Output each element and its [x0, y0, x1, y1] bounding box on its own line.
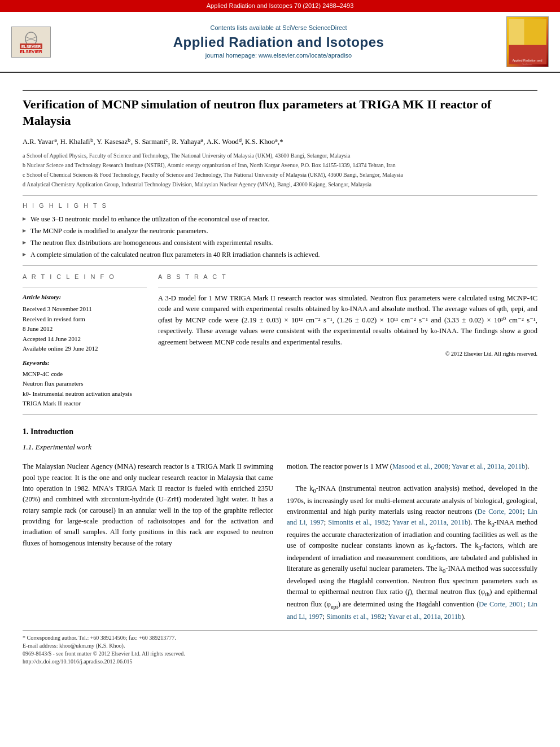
- ref-masood[interactable]: Masood et al., 2008: [392, 462, 448, 470]
- affiliations: a School of Applied Physics, Faculty of …: [23, 151, 537, 189]
- divider-abstract: [158, 287, 537, 287]
- subsection1-title: Experimental work: [36, 443, 91, 451]
- section1-heading: 1. Introduction: [23, 426, 537, 438]
- sciverse-text: Contents lists available at SciVerse Sci…: [51, 24, 506, 32]
- section1-title: Introduction: [30, 427, 73, 436]
- abstract-label: A B S T R A C T: [158, 273, 537, 281]
- article-info-abstract: A R T I C L E I N F O Article history: R…: [23, 273, 537, 409]
- journal-citation: Applied Radiation and Isotopes 70 (2012)…: [207, 2, 354, 9]
- issn-text: 0969-8043/$ - see front matter © 2012 El…: [23, 650, 537, 658]
- sciverse-link[interactable]: SciVerse ScienceDirect: [282, 24, 347, 31]
- section1-number: 1.: [23, 427, 29, 436]
- highlight-4: A complete simulation of the calculated …: [23, 250, 537, 260]
- page: Applied Radiation and Isotopes 70 (2012)…: [0, 0, 560, 747]
- authors: A.R. Yavarᵃ, H. Khalafiᵇ, Y. Kasesazᵇ, S…: [23, 137, 537, 147]
- ref-simonits-1982b[interactable]: Simonits et al., 1982: [326, 613, 384, 621]
- divider-2: [23, 265, 537, 266]
- accepted-row: Accepted 14 June 2012: [23, 335, 147, 343]
- journal-main-title: Applied Radiation and Isotopes: [51, 33, 506, 52]
- journal-header-left: ELSEVIER: [11, 27, 51, 58]
- ref-yavar-2011[interactable]: Yavar et al., 2011a, 2011b: [392, 518, 468, 526]
- highlights-title: H I G H L I G H T S: [23, 202, 537, 210]
- divider-1: [23, 195, 537, 196]
- highlights-list: We use 3–D neutronic model to enhance th…: [23, 215, 537, 259]
- article-title: Verification of MCNP simulation of neutr…: [23, 97, 537, 129]
- body-right-text: motion. The reactor power is 1 MW (Masoo…: [287, 461, 537, 622]
- article-history-title: Article history:: [23, 293, 147, 302]
- received-row: Received 3 November 2011: [23, 305, 147, 313]
- journal-homepage: journal homepage: www.elsevier.com/locat…: [51, 51, 506, 60]
- top-divider: [23, 90, 537, 91]
- footnote-area: * Corresponding author. Tel.: +60 389214…: [23, 630, 537, 666]
- divider-info: [23, 287, 147, 287]
- svg-text:Applied Radiation and: Applied Radiation and: [512, 59, 542, 62]
- subsection1-number: 1.1.: [23, 443, 34, 451]
- keyword-1: MCNP-4C code: [23, 370, 147, 378]
- divider-3: [23, 414, 537, 415]
- highlights-section: H I G H L I G H T S We use 3–D neutronic…: [23, 202, 537, 260]
- journal-title-center: Contents lists available at SciVerse Sci…: [51, 24, 506, 60]
- svg-text:Isotopes: Isotopes: [522, 63, 532, 64]
- article-content: Verification of MCNP simulation of neutr…: [0, 73, 560, 677]
- elsevier-logo: ELSEVIER: [11, 27, 51, 58]
- journal-header: ELSEVIER Contents lists available at Sci…: [0, 12, 560, 73]
- subsection1-heading: 1.1. Experimental work: [23, 442, 537, 452]
- top-bar: Applied Radiation and Isotopes 70 (2012)…: [0, 0, 560, 12]
- body-left-col: The Malaysian Nuclear Agency (MNA) resea…: [23, 461, 273, 622]
- email-address: E-mail address: khoo@ukm.my (K.S. Khoo).: [23, 642, 537, 650]
- ref-decorte-2001[interactable]: De Corte, 2001: [478, 508, 523, 516]
- ref-simonits-1982[interactable]: Simonits et al., 1982: [328, 518, 388, 526]
- ref-yavar-2011ab[interactable]: Yavar et al., 2011a, 2011b: [452, 462, 525, 470]
- article-info-col: A R T I C L E I N F O Article history: R…: [23, 273, 147, 409]
- article-info-label: A R T I C L E I N F O: [23, 273, 147, 281]
- keyword-4: TRIGA Mark II reactor: [23, 399, 147, 408]
- keyword-3: k0- Instrumental neutron activation anal…: [23, 390, 147, 398]
- highlight-2: The MCNP code is modified to analyze the…: [23, 226, 537, 236]
- received-revised-row: Received in revised form: [23, 315, 147, 324]
- svg-rect-7: [509, 19, 524, 45]
- keywords-title: Keywords:: [23, 359, 147, 367]
- ref-decorte-2001b[interactable]: De Corte, 2001: [479, 600, 523, 608]
- abstract-col: A B S T R A C T A 3-D model for 1 MW TRI…: [158, 273, 537, 409]
- abstract-text: A 3-D model for 1 MW TRIGA Mark II resea…: [158, 293, 537, 348]
- body-two-col: The Malaysian Nuclear Agency (MNA) resea…: [23, 461, 537, 622]
- svg-rect-8: [524, 19, 546, 45]
- affiliation-b: b Nuclear Science and Technology Researc…: [23, 161, 537, 169]
- affiliation-d: d Analytical Chemistry Application Group…: [23, 180, 537, 189]
- keyword-2: Neutron flux parameters: [23, 379, 147, 388]
- affiliation-c: c School of Chemical Sciences & Food Tec…: [23, 171, 537, 179]
- doi-text[interactable]: http://dx.doi.org/10.1016/j.apradiso.201…: [23, 658, 537, 666]
- journal-cover-image: Applied Radiation and Isotopes: [506, 16, 549, 67]
- affiliation-a: a School of Applied Physics, Faculty of …: [23, 151, 537, 160]
- revised-date-row: 8 June 2012: [23, 325, 147, 333]
- body-section: 1. Introduction 1.1. Experimental work T…: [23, 426, 537, 622]
- corresponding-author: * Corresponding author. Tel.: +60 389214…: [23, 634, 537, 642]
- body-right-col: motion. The reactor power is 1 MW (Masoo…: [287, 461, 537, 622]
- received-revised-label: Received in revised form: [23, 316, 85, 322]
- ref-yavar-2011b[interactable]: Yavar et al., 2011a, 2011b: [388, 613, 461, 621]
- available-row: Available online 29 June 2012: [23, 344, 147, 353]
- body-left-text: The Malaysian Nuclear Agency (MNA) resea…: [23, 461, 273, 549]
- journal-homepage-link[interactable]: www.elsevier.com/locate/apradiso: [259, 52, 352, 59]
- highlight-1: We use 3–D neutronic model to enhance th…: [23, 215, 537, 224]
- abstract-copyright: © 2012 Elsevier Ltd. All rights reserved…: [158, 350, 537, 358]
- highlight-3: The neutron flux distributions are homog…: [23, 238, 537, 248]
- svg-text:ELSEVIER: ELSEVIER: [21, 45, 41, 49]
